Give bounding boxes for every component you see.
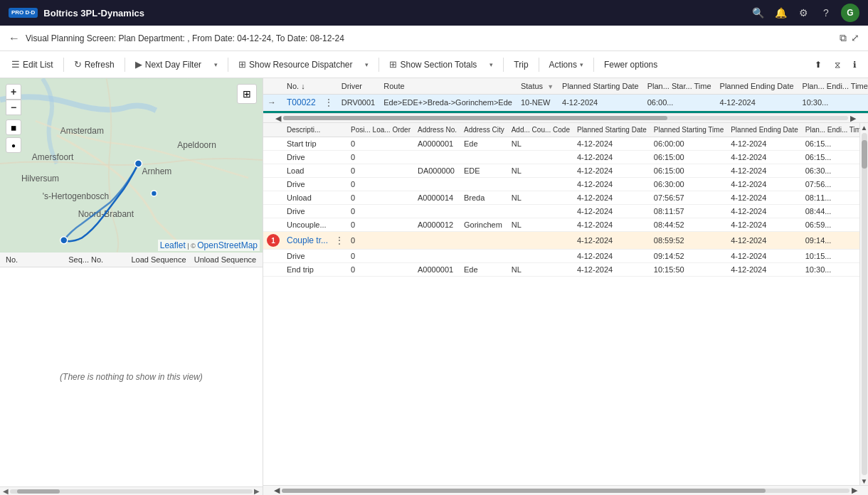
row-menu-cell[interactable] [332,263,347,277]
row-plan-end-time: 08:11... [802,191,859,205]
row-badge-cell: 1 [263,232,283,250]
detail-table-row[interactable]: Unload0A0000014BredaNL4-12-202407:56:574… [263,191,859,205]
th-address-city[interactable]: Address City [460,123,508,137]
osm-link[interactable]: OpenStreetMap [197,240,258,250]
info-icon[interactable]: ℹ [847,57,862,73]
detail-table-row[interactable]: Drive04-12-202406:30:004-12-202407:56...… [263,178,859,191]
row-plan-start-time: 06:15:00 [650,164,727,178]
row-plan-start-date: 4-12-2024 [573,137,650,151]
v-scroll-down[interactable]: ▼ [860,477,869,485]
scroll-left-arrow[interactable]: ◀ [1,487,10,496]
v-scrollbar-track[interactable] [862,133,867,475]
svg-text:Hilversum: Hilversum [21,174,59,183]
scroll-right-arrow[interactable]: ▶ [253,487,261,496]
leaflet-link[interactable]: Leaflet [160,240,186,250]
row-pos: 0 [347,191,414,205]
v-scroll-up[interactable]: ▲ [860,123,869,132]
th-driver[interactable]: Driver [337,78,380,95]
edit-list-button[interactable]: ☰ Edit List [6,56,59,73]
settings-icon[interactable]: ⚙ [795,5,811,21]
th-country-code[interactable]: Add... Cou... Code [508,123,573,137]
detail-table-row[interactable]: Load0DA000000EDENL4-12-202406:15:004-12-… [263,164,859,178]
left-table-header: No. Seq... No. Load Sequence Unload Sequ… [0,252,263,267]
row-country [508,250,573,263]
row-menu-cell[interactable] [332,205,347,218]
th-description[interactable]: Descripti... [283,123,332,137]
row-country [508,232,573,250]
row-menu-cell[interactable] [332,218,347,232]
next-day-filter-dropdown[interactable]: ▾ [208,58,223,71]
row-menu-cell[interactable] [332,151,347,164]
detail-table-row[interactable]: Drive04-12-202409:14:524-12-202410:15...… [263,250,859,263]
detail-table-row[interactable]: Drive04-12-202408:11:574-12-202408:44...… [263,205,859,218]
show-resource-dispatcher-button[interactable]: ⊞ Show Resource Dispatcher [233,56,358,73]
detail-table-row[interactable]: Start trip0A0000001EdeNL4-12-202406:00:0… [263,137,859,151]
expand-icon[interactable]: ⧉ [840,32,847,44]
col-load-seq: Load Sequence [132,255,194,264]
next-day-filter-button[interactable]: ▶ Next Day Filter [129,56,207,73]
show-section-totals-button[interactable]: ⊞ Show Section Totals [383,56,482,73]
share-icon[interactable]: ⬆ [809,57,827,73]
show-resource-dispatcher-dropdown[interactable]: ▾ [359,58,374,71]
th-address-no[interactable]: Address No. [414,123,460,137]
search-icon[interactable]: 🔍 [750,5,766,21]
detail-table-row[interactable]: Drive04-12-202406:15:004-12-202406:15...… [263,151,859,164]
detail-h-scroll-left[interactable]: ◀ [272,486,282,496]
th-route[interactable]: Route [379,78,517,95]
trip-menu[interactable]: ⋮ [320,95,337,111]
description-link[interactable]: Couple tr... [287,235,328,245]
row-country: NL [508,164,573,178]
help-icon[interactable]: ? [818,5,834,21]
refresh-button[interactable]: ↻ Refresh [68,56,120,73]
trip-button[interactable]: Trip [508,57,534,73]
row-menu-cell[interactable]: ⋮ [332,232,347,250]
svg-text:Arnhem: Arnhem [142,166,171,176]
th-posi-load[interactable]: Posi... Loa... Order [347,123,414,137]
detail-h-scroll-right[interactable]: ▶ [850,486,859,496]
row-pos: 0 [347,137,414,151]
detail-table-row[interactable]: End trip0A0000001EdeNL4-12-202410:15:504… [263,263,859,277]
th-plan-end-time-d[interactable]: Plan... Endi... Time [802,123,859,137]
h-scroll-right[interactable]: ▶ [848,113,858,123]
actions-button[interactable]: Actions ▾ [544,57,589,73]
detail-table-row[interactable]: 1Couple tr...⋮04-12-202408:59:524-12-202… [263,232,859,250]
svg-text:Apeldoorn: Apeldoorn [177,140,216,150]
row-menu-cell[interactable] [332,191,347,205]
fewer-options-button[interactable]: Fewer options [598,57,663,73]
h-scrollbar-track[interactable] [283,116,848,120]
th-plan-end-time[interactable]: Plan... Endi... Time ▼ [798,78,868,95]
square-marker[interactable]: ◼ [6,119,21,135]
detail-row-menu-icon[interactable]: ⋮ [335,235,344,245]
zoom-in-button[interactable]: + [6,84,21,100]
th-planned-start-date[interactable]: Planned Starting Date [558,78,643,95]
detail-table-row[interactable]: Uncouple...0A0000012GorinchemNL4-12-2024… [263,218,859,232]
h-scroll-left[interactable]: ◀ [273,113,283,123]
user-avatar[interactable]: G [841,4,859,22]
trip-no[interactable]: T00022 [282,95,320,111]
row-plan-start-date: 4-12-2024 [573,151,650,164]
row-menu-cell[interactable] [332,164,347,178]
row-menu-icon[interactable]: ⋮ [324,97,333,107]
th-plan-end-date[interactable]: Planned Ending Date [727,123,802,137]
trip-row[interactable]: → T00022 ⋮ DRV0001 Ede>EDE+>Breda->Gorin… [263,95,868,111]
row-menu-cell[interactable] [332,178,347,191]
trip-link[interactable]: T00022 [287,97,316,107]
filter-icon[interactable]: ⧖ [829,57,846,73]
fullscreen-icon[interactable]: ⤢ [851,32,859,44]
back-button[interactable]: ← [9,32,20,45]
th-plan-start-time[interactable]: Plan... Star... Time [643,78,716,95]
circle-marker[interactable]: ● [6,137,21,153]
map-layers-button[interactable]: ⊞ [237,84,257,104]
show-section-totals-dropdown[interactable]: ▾ [484,58,499,71]
row-menu-cell[interactable] [332,250,347,263]
detail-h-track[interactable] [282,489,850,493]
zoom-out-button[interactable]: − [6,100,21,115]
th-status[interactable]: Status ▼ [517,78,558,95]
row-menu-cell[interactable] [332,137,347,151]
th-planned-end-date[interactable]: Planned Ending Date [716,78,798,95]
th-plan-start-time[interactable]: Planned Starting Time [650,123,727,137]
bell-icon[interactable]: 🔔 [773,5,788,21]
th-no[interactable]: No. ↓ [282,78,320,95]
th-plan-start-date[interactable]: Planned Starting Date [573,123,650,137]
scrollbar-track[interactable] [10,489,253,494]
